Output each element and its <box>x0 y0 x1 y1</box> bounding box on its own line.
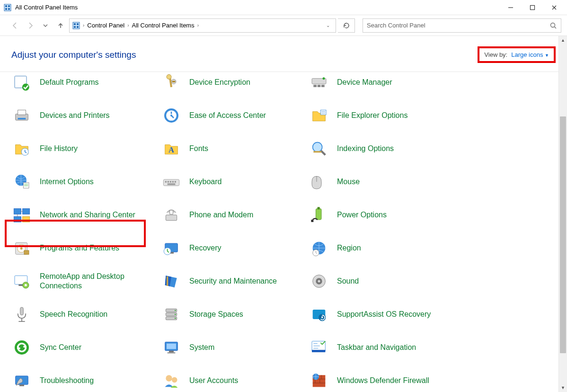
chevron-right-icon[interactable]: › <box>127 23 129 28</box>
storage-spaces-icon <box>160 303 183 326</box>
svg-point-25 <box>323 77 325 80</box>
scroll-up-button[interactable]: ▲ <box>559 36 567 45</box>
control-panel-item-network-sharing[interactable]: Network and Sharing Center <box>9 203 158 227</box>
control-panel-item-label: Storage Spaces <box>189 310 243 319</box>
svg-rect-58 <box>311 220 313 222</box>
svg-rect-57 <box>318 207 320 209</box>
svg-point-87 <box>321 317 323 318</box>
system-icon <box>160 336 183 359</box>
svg-text:A: A <box>168 145 174 154</box>
svg-rect-11 <box>77 23 79 25</box>
control-panel-item-supportassist[interactable]: SupportAssist OS Recovery <box>306 302 554 327</box>
breadcrumb-item[interactable]: All Control Panel Items <box>132 22 194 29</box>
svg-point-98 <box>172 377 177 383</box>
control-panel-item-phone-modem[interactable]: Phone and Modem <box>158 203 306 227</box>
control-panel-item-troubleshooting[interactable]: Troubleshooting <box>9 368 158 392</box>
svg-point-88 <box>15 340 29 355</box>
control-panel-item-label: Speech Recognition <box>40 310 107 319</box>
chevron-right-icon[interactable]: › <box>83 23 84 28</box>
breadcrumb-item[interactable]: Control Panel <box>87 22 124 29</box>
svg-rect-6 <box>531 5 535 9</box>
sound-icon <box>308 270 330 293</box>
refresh-button[interactable] <box>338 18 355 33</box>
page-title: Adjust your computer's settings <box>11 50 136 60</box>
control-panel-item-remoteapp[interactable]: RemoteApp and Desktop Connections <box>9 269 158 294</box>
maximize-button[interactable] <box>522 0 543 15</box>
window-title: All Control Panel Items <box>15 4 78 11</box>
control-panel-item-device-encryption[interactable]: Device Encryption <box>158 70 306 95</box>
control-panel-item-fonts[interactable]: AFonts <box>158 136 306 161</box>
control-panel-item-user-accounts[interactable]: User Accounts <box>158 368 306 392</box>
address-dropdown-button[interactable]: ⌄ <box>322 23 334 28</box>
search-placeholder: Search Control Panel <box>367 22 549 29</box>
up-button[interactable] <box>54 19 67 32</box>
content-area: Adjust your computer's settings View by:… <box>0 36 567 392</box>
svg-rect-62 <box>24 250 29 254</box>
default-programs-icon <box>10 71 33 94</box>
svg-rect-4 <box>8 8 10 10</box>
svg-rect-41 <box>165 181 167 182</box>
svg-rect-92 <box>168 352 176 354</box>
scroll-thumb[interactable] <box>560 116 566 353</box>
svg-rect-50 <box>14 216 21 222</box>
control-panel-item-label: Sound <box>337 276 359 286</box>
control-panel-item-taskbar-nav[interactable]: Taskbar and Navigation <box>306 335 554 360</box>
control-panel-item-region[interactable]: Region <box>306 236 554 260</box>
control-panel-item-storage-spaces[interactable]: Storage Spaces <box>158 302 306 327</box>
control-panel-item-sound[interactable]: Sound <box>306 269 554 294</box>
forward-button[interactable] <box>24 19 37 32</box>
control-panel-item-ease-of-access[interactable]: Ease of Access Center <box>158 103 306 128</box>
control-panel-item-label: File History <box>40 144 78 153</box>
control-panel-item-file-history[interactable]: File History <box>9 136 158 161</box>
control-panel-item-keyboard[interactable]: Keyboard <box>158 169 306 194</box>
svg-rect-44 <box>172 181 174 182</box>
search-input[interactable]: Search Control Panel <box>363 18 561 33</box>
control-panel-item-internet-options[interactable]: Internet Options <box>9 169 158 194</box>
control-panel-item-file-explorer-options[interactable]: File Explorer Options <box>306 103 554 128</box>
svg-rect-90 <box>167 344 176 349</box>
back-button[interactable] <box>9 19 22 32</box>
address-bar[interactable]: › Control Panel › All Control Panel Item… <box>69 18 336 33</box>
control-panel-item-system[interactable]: System <box>158 335 306 360</box>
control-panel-item-label: Fonts <box>189 144 208 153</box>
svg-rect-20 <box>172 81 176 82</box>
control-panel-icon <box>72 22 80 29</box>
control-panel-item-label: Recovery <box>189 243 221 253</box>
speech-icon <box>10 303 33 326</box>
recent-locations-button[interactable] <box>39 19 52 32</box>
device-manager-icon <box>308 71 330 94</box>
control-panel-item-device-manager[interactable]: Device Manager <box>306 70 554 95</box>
svg-rect-42 <box>168 181 169 182</box>
svg-point-14 <box>551 23 555 27</box>
control-panel-item-programs-features[interactable]: Programs and Features <box>9 236 158 260</box>
vertical-scrollbar[interactable]: ▲ ▼ <box>558 36 567 392</box>
control-panel-item-default-programs[interactable]: Default Programs <box>9 70 158 95</box>
control-panel-item-defender-firewall[interactable]: Windows Defender Firewall <box>306 368 554 392</box>
svg-rect-24 <box>321 85 325 87</box>
ease-of-access-icon <box>160 104 183 127</box>
svg-point-17 <box>22 84 29 91</box>
defender-firewall-icon <box>308 369 330 392</box>
svg-rect-32 <box>320 110 326 115</box>
control-panel-item-indexing-options[interactable]: Indexing Options <box>306 136 554 161</box>
chevron-right-icon[interactable]: › <box>197 23 199 28</box>
control-panel-item-power-options[interactable]: Power Options <box>306 203 554 227</box>
control-panel-item-mouse[interactable]: Mouse <box>306 169 554 194</box>
troubleshooting-icon <box>10 369 33 392</box>
svg-point-82 <box>175 310 176 311</box>
control-panel-item-recovery[interactable]: Recovery <box>158 236 306 260</box>
control-panel-item-devices-printers[interactable]: Devices and Printers <box>9 103 158 128</box>
viewby-dropdown[interactable]: Large icons ▼ <box>511 51 549 58</box>
search-icon <box>549 22 557 29</box>
control-panel-item-security-maintenance[interactable]: Security and Maintenance <box>158 269 306 294</box>
close-button[interactable] <box>543 0 565 15</box>
svg-rect-76 <box>20 307 24 315</box>
phone-modem-icon <box>160 204 183 226</box>
minimize-button[interactable] <box>500 0 522 15</box>
svg-rect-46 <box>168 183 176 185</box>
scroll-down-button[interactable]: ▼ <box>559 383 567 392</box>
sync-center-icon <box>10 336 33 359</box>
control-panel-item-speech[interactable]: Speech Recognition <box>9 302 158 327</box>
control-panel-item-sync-center[interactable]: Sync Center <box>9 335 158 360</box>
control-panel-item-label: Indexing Options <box>337 144 394 153</box>
